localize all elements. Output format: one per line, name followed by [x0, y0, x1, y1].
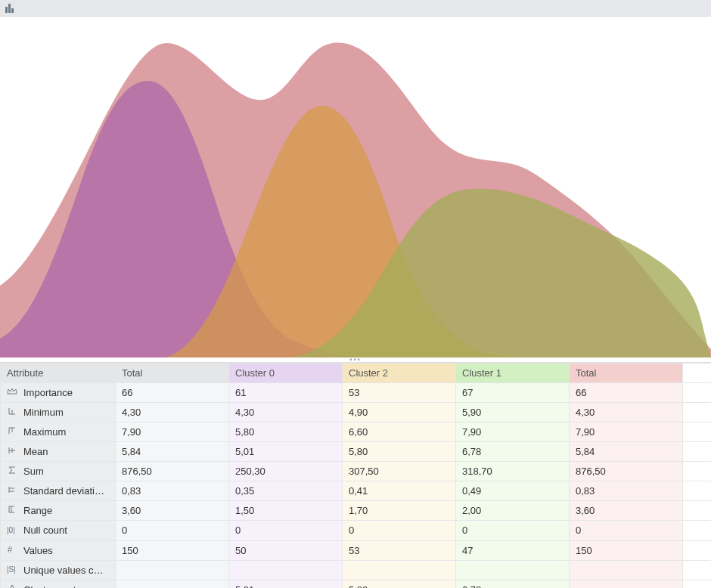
- cell-c0: 0: [229, 521, 343, 540]
- svg-text:#: #: [8, 545, 13, 554]
- cell-c2: 6,60: [343, 422, 456, 442]
- table-row[interactable]: Cluster center5,015,806,78: [1, 580, 712, 588]
- table-row[interactable]: |0|Null count00000: [1, 521, 712, 540]
- cell-tot2: 5,84: [570, 442, 683, 462]
- attr-label: Unique values c…: [23, 565, 104, 576]
- table-row[interactable]: Mean5,845,015,806,785,84: [1, 442, 712, 462]
- col-header-cluster-1[interactable]: Cluster 1: [456, 364, 570, 383]
- table-header-row: Attribute Total Cluster 0 Cluster 2 Clus…: [1, 364, 712, 383]
- col-header-total[interactable]: Total: [116, 364, 229, 383]
- cell-padding: [683, 560, 712, 580]
- attr-label: Maximum: [23, 426, 66, 438]
- cell-c2: 4,90: [343, 403, 456, 422]
- cell-total: 0: [116, 521, 229, 540]
- attr-cell: |0|Null count: [1, 521, 116, 540]
- cell-total: 0,83: [116, 481, 229, 501]
- cell-padding: [683, 442, 712, 462]
- chart-type-button[interactable]: [5, 3, 15, 14]
- cell-c1: 0,49: [456, 481, 570, 501]
- attr-cell: Cluster center: [1, 580, 116, 588]
- cell-c0: 250,30: [229, 462, 343, 481]
- col-header-attribute[interactable]: Attribute: [1, 364, 116, 383]
- cell-total: 66: [116, 383, 229, 403]
- col-header-cluster-0[interactable]: Cluster 0: [229, 364, 343, 383]
- attr-label: Sum: [23, 466, 44, 477]
- mean-icon: [7, 445, 19, 458]
- svg-rect-0: [5, 7, 8, 13]
- cell-tot2: 150: [570, 540, 683, 560]
- cell-total: 7,90: [116, 422, 229, 442]
- cell-total: 5,84: [116, 442, 229, 462]
- cell-c2: 1,70: [343, 501, 456, 521]
- unique-icon: |S|: [7, 564, 19, 577]
- cell-c2: 53: [343, 383, 456, 403]
- cell-padding: [683, 422, 712, 442]
- cell-tot2: 7,90: [570, 422, 683, 442]
- cell-c2: 0: [343, 521, 456, 540]
- attr-cell: Maximum: [1, 422, 116, 442]
- cell-padding: [683, 383, 712, 403]
- density-chart[interactable]: [0, 17, 711, 357]
- attr-label: Range: [23, 505, 52, 516]
- attr-label: Null count: [23, 525, 67, 537]
- cell-tot2: [570, 580, 683, 588]
- table-row[interactable]: Importance6661536766: [1, 383, 712, 403]
- table-row[interactable]: Maximum7,905,806,607,907,90: [1, 422, 712, 442]
- cell-tot2: 66: [570, 383, 683, 403]
- col-header-cluster-2[interactable]: Cluster 2: [343, 364, 456, 383]
- svg-rect-2: [11, 8, 14, 13]
- cell-c2: 53: [343, 540, 456, 560]
- table-row[interactable]: Standard deviati…0,830,350,410,490,83: [1, 481, 712, 501]
- cell-padding: [683, 521, 712, 540]
- horizontal-splitter[interactable]: •••: [0, 357, 711, 363]
- cell-c1: 2,00: [456, 501, 570, 521]
- cell-tot2: [570, 560, 683, 580]
- toolbar: [0, 0, 711, 17]
- cell-total: 150: [116, 540, 229, 560]
- min-icon: [7, 406, 19, 419]
- cell-c0: 5,01: [229, 580, 343, 588]
- col-header-total-2[interactable]: Total: [570, 364, 683, 383]
- cell-padding: [683, 403, 712, 422]
- cell-tot2: 4,30: [570, 403, 683, 422]
- cell-padding: [683, 580, 712, 588]
- table-row[interactable]: #Values150505347150: [1, 540, 712, 560]
- bar-chart-icon: [5, 3, 15, 14]
- cell-c1: 7,90: [456, 422, 570, 442]
- cell-c0: 50: [229, 540, 343, 560]
- cell-c0: 5,80: [229, 422, 343, 442]
- cell-padding: [683, 462, 712, 481]
- hash-icon: #: [7, 544, 19, 557]
- cell-c1: [456, 560, 570, 580]
- cell-tot2: 0: [570, 521, 683, 540]
- attr-label: Minimum: [23, 407, 64, 418]
- table-row[interactable]: Sum876,50250,30307,50318,70876,50: [1, 462, 712, 481]
- null-icon: |0|: [7, 525, 19, 537]
- attr-label: Mean: [23, 446, 48, 457]
- table-row[interactable]: Minimum4,304,304,905,904,30: [1, 403, 712, 422]
- center-icon: [7, 583, 19, 588]
- cell-c2: [343, 560, 456, 580]
- stdev-icon: [7, 484, 19, 497]
- cell-c1: 47: [456, 540, 570, 560]
- svg-rect-1: [8, 4, 11, 13]
- cell-tot2: 3,60: [570, 501, 683, 521]
- cell-c1: 6,78: [456, 580, 570, 588]
- sigma-icon: [7, 465, 19, 478]
- cell-c2: 307,50: [343, 462, 456, 481]
- cell-total: 4,30: [116, 403, 229, 422]
- attr-label: Standard deviati…: [23, 485, 104, 497]
- col-header-padding: [683, 364, 712, 383]
- table-row[interactable]: |S|Unique values c…: [1, 560, 712, 580]
- cell-padding: [683, 501, 712, 521]
- cell-total: [116, 580, 229, 588]
- cell-c1: 5,90: [456, 403, 570, 422]
- table-row[interactable]: Range3,601,501,702,003,60: [1, 501, 712, 521]
- cell-c0: 61: [229, 383, 343, 403]
- stats-table: Attribute Total Cluster 0 Cluster 2 Clus…: [0, 363, 711, 588]
- cell-padding: [683, 540, 712, 560]
- cell-c1: 0: [456, 521, 570, 540]
- attr-cell: Standard deviati…: [1, 481, 116, 501]
- attr-cell: Importance: [1, 383, 116, 403]
- cell-total: [116, 560, 229, 580]
